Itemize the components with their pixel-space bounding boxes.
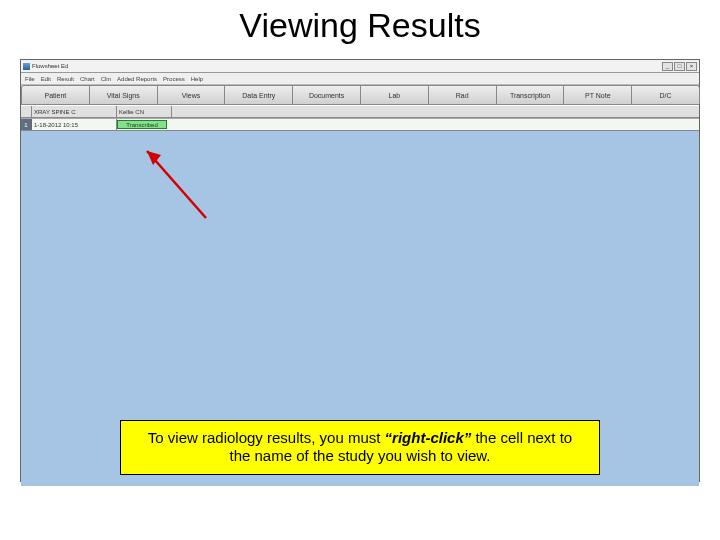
menubar: File Edit Result Chart Clin Added Report… xyxy=(21,73,699,85)
menu-item[interactable]: Process xyxy=(163,76,185,82)
minimize-button[interactable]: _ xyxy=(662,62,673,71)
menu-item[interactable]: Added Reports xyxy=(117,76,157,82)
slide-title: Viewing Results xyxy=(0,6,720,45)
tab-dc[interactable]: D/C xyxy=(631,85,700,104)
cell-timestamp[interactable]: 1-18-2012 10:15 xyxy=(32,119,117,130)
close-button[interactable]: × xyxy=(686,62,697,71)
instruction-callout: To view radiology results, you must “rig… xyxy=(120,420,600,476)
maximize-button[interactable]: □ xyxy=(674,62,685,71)
window-titlebar: Flowsheet Ed _ □ × xyxy=(21,60,699,73)
menu-item[interactable]: Edit xyxy=(41,76,51,82)
tab-documents[interactable]: Documents xyxy=(292,85,361,104)
window-controls: _ □ × xyxy=(662,62,697,71)
instruction-text-pre: To view radiology results, you must xyxy=(148,429,385,446)
svg-marker-1 xyxy=(147,151,161,165)
window-title: Flowsheet Ed xyxy=(32,63,68,69)
tab-patient[interactable]: Patient xyxy=(21,85,90,104)
callout-arrow-icon xyxy=(131,143,221,223)
grid-body: 1 1-18-2012 10:15 Transcribed To view ra… xyxy=(21,118,699,486)
menu-item[interactable]: Chart xyxy=(80,76,95,82)
menu-item[interactable]: File xyxy=(25,76,35,82)
tab-views[interactable]: Views xyxy=(157,85,226,104)
menu-item[interactable]: Help xyxy=(191,76,203,82)
tab-vital-signs[interactable]: Vital Signs xyxy=(89,85,158,104)
table-row: 1 1-18-2012 10:15 Transcribed xyxy=(21,118,699,131)
column-header-a[interactable]: XRAY SPINE C xyxy=(32,106,117,117)
tab-data-entry[interactable]: Data Entry xyxy=(224,85,293,104)
tabstrip: Patient Vital Signs Views Data Entry Doc… xyxy=(21,85,699,105)
tab-lab[interactable]: Lab xyxy=(360,85,429,104)
app-icon xyxy=(23,63,30,70)
cell-result-status[interactable]: Transcribed xyxy=(117,120,167,129)
svg-line-0 xyxy=(147,151,206,218)
row-number: 1 xyxy=(21,119,32,130)
menu-item[interactable]: Clin xyxy=(101,76,111,82)
row-num-gutter xyxy=(21,106,32,117)
tab-transcription[interactable]: Transcription xyxy=(496,85,565,104)
tab-pt-note[interactable]: PT Note xyxy=(563,85,632,104)
app-screenshot: Flowsheet Ed _ □ × File Edit Result Char… xyxy=(20,59,700,482)
instruction-text-em: “right‑click” xyxy=(385,429,472,446)
column-header-row: XRAY SPINE C Kellie CN xyxy=(21,105,699,118)
menu-item[interactable]: Result xyxy=(57,76,74,82)
column-header-b[interactable]: Kellie CN xyxy=(117,106,172,117)
tab-rad[interactable]: Rad xyxy=(428,85,497,104)
